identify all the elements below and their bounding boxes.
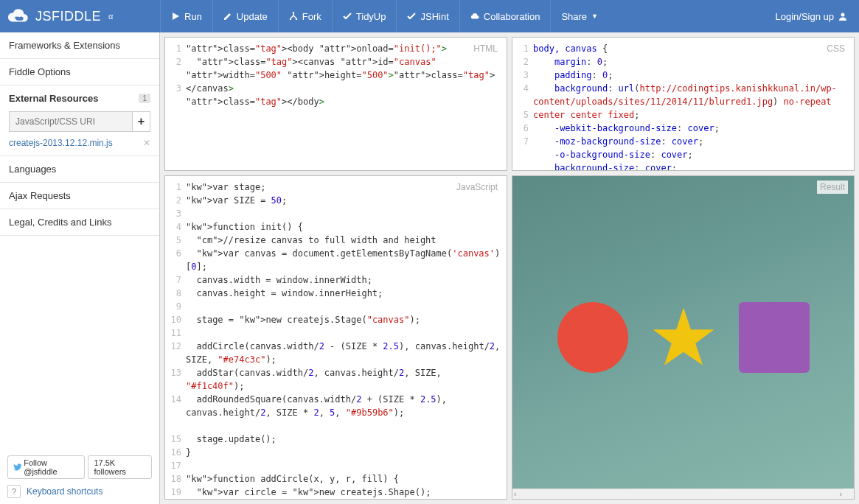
svg-point-3 — [290, 18, 291, 20]
twitter-followers[interactable]: 17.5K followers — [88, 455, 152, 479]
svg-point-0 — [15, 17, 17, 19]
header: JSFIDDLE α Run Update Fork TidyUp JSHint… — [0, 0, 859, 32]
css-pane[interactable]: CSS 1234 567 body, canvas { margin: 0; p… — [512, 37, 855, 171]
js-label: JavaScript — [453, 181, 501, 194]
result-canvas: ‹ › — [512, 176, 854, 499]
html-label: HTML — [470, 42, 501, 55]
svg-point-1 — [19, 18, 21, 20]
scroll-left-icon[interactable]: ‹ — [514, 490, 516, 498]
scroll-right-icon[interactable]: › — [840, 490, 842, 498]
tidyup-button[interactable]: TidyUp — [332, 0, 397, 32]
svg-point-4 — [296, 18, 297, 20]
brand-name: JSFIDDLE — [35, 9, 101, 24]
css-code[interactable]: body, canvas { margin: 0; padding: 0; ba… — [533, 38, 854, 170]
chevron-down-icon: ▼ — [591, 13, 598, 20]
add-resource-button[interactable]: + — [133, 111, 150, 132]
js-pane[interactable]: JavaScript 123456 789101112 13 14 151617… — [164, 175, 507, 500]
collaboration-button[interactable]: Collaboration — [459, 0, 551, 32]
sidebar-ajax[interactable]: Ajax Requests — [0, 183, 159, 209]
sidebar-legal[interactable]: Legal, Credits and Links — [0, 209, 159, 236]
cloud-icon — [470, 12, 479, 21]
sidebar-footer: Follow @jsfiddle 17.5K followers ? Keybo… — [0, 449, 159, 504]
result-star — [650, 304, 717, 371]
js-gutter: 123456 789101112 13 14 151617181920 — [165, 176, 186, 499]
help-icon[interactable]: ? — [7, 485, 21, 498]
twitter-follow-button[interactable]: Follow @jsfiddle — [7, 455, 85, 479]
check-icon — [343, 12, 352, 21]
user-icon — [838, 12, 847, 21]
external-count-badge: 1 — [139, 94, 150, 103]
scroll-corner — [844, 489, 854, 499]
sidebar-frameworks[interactable]: Frameworks & Extensions — [0, 32, 159, 59]
result-circle — [557, 302, 628, 373]
css-label: CSS — [824, 42, 848, 55]
fork-icon — [289, 12, 298, 21]
twitter-icon — [13, 463, 21, 471]
svg-marker-6 — [653, 308, 714, 365]
css-gutter: 1234 567 — [512, 38, 533, 170]
editor-panes: HTML 12 3 "attr">class="tag"><body "attr… — [160, 32, 859, 504]
js-code[interactable]: "kw">var stage; "kw">var SIZE = 50; "kw"… — [186, 176, 507, 499]
toolbar: Run Update Fork TidyUp JSHint Collaborat… — [160, 0, 608, 32]
keyboard-shortcuts-link[interactable]: Keyboard shortcuts — [27, 486, 102, 497]
pencil-icon — [223, 12, 232, 21]
remove-resource-icon[interactable]: ✕ — [143, 138, 150, 148]
sidebar-fiddle-options[interactable]: Fiddle Options — [0, 59, 159, 85]
main: Frameworks & Extensions Fiddle Options E… — [0, 32, 859, 504]
jshint-button[interactable]: JSHint — [396, 0, 459, 32]
sidebar: Frameworks & Extensions Fiddle Options E… — [0, 32, 160, 504]
fork-button[interactable]: Fork — [278, 0, 332, 32]
resource-link[interactable]: createjs-2013.12.12.min.js — [9, 138, 113, 148]
svg-point-5 — [841, 13, 845, 17]
check-icon — [407, 12, 416, 21]
result-square — [739, 302, 810, 373]
result-pane: Result ‹ › — [512, 175, 855, 500]
external-resources-title: External Resources — [9, 93, 98, 104]
play-icon — [171, 12, 180, 21]
result-label: Result — [817, 181, 848, 194]
html-gutter: 12 3 — [165, 38, 186, 170]
share-button[interactable]: Share▼ — [550, 0, 608, 32]
resource-uri-input[interactable] — [9, 111, 133, 132]
brand-suffix: α — [108, 12, 113, 21]
logo-area[interactable]: JSFIDDLE α — [0, 8, 160, 24]
cloud-icon — [7, 8, 29, 24]
svg-point-2 — [293, 12, 294, 13]
run-button[interactable]: Run — [160, 0, 212, 32]
sidebar-languages[interactable]: Languages — [0, 156, 159, 183]
result-scrollbar-horizontal[interactable]: ‹ › — [512, 489, 844, 499]
login-button[interactable]: Login/Sign up — [763, 0, 859, 32]
html-code[interactable]: "attr">class="tag"><body "attr">onload="… — [186, 38, 507, 170]
sidebar-external-resources: External Resources 1 + createjs-2013.12.… — [0, 85, 159, 156]
update-button[interactable]: Update — [212, 0, 278, 32]
html-pane[interactable]: HTML 12 3 "attr">class="tag"><body "attr… — [164, 37, 507, 171]
